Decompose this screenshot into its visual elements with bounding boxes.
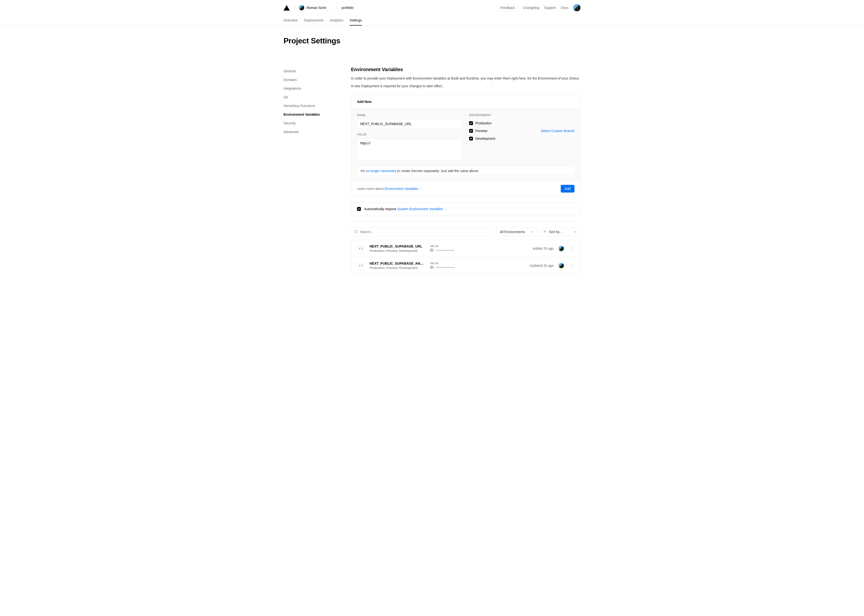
value-label: VALUE [357,133,463,136]
env-production-row: Production [469,119,574,127]
breadcrumb-project[interactable]: portfolio [342,6,354,9]
masked-value: •••••••••••••• [436,249,455,251]
user-avatar[interactable] [573,4,581,11]
sidebar-item-git[interactable]: Git [283,93,342,101]
secrets-notice: It's no longer necessary to create Secre… [357,166,574,176]
eye-icon[interactable] [430,248,434,252]
team-name: Roman Sorin [307,6,326,9]
sidebar-item-security[interactable]: Security [283,119,342,127]
sidebar-item-serverless[interactable]: Serverless Functions [283,101,342,110]
svg-point-10 [571,264,572,265]
value-input[interactable] [357,138,463,160]
project-name: portfolio [342,6,354,9]
value-label: VALUE [430,262,525,265]
tab-overview[interactable]: Overview [283,16,297,25]
search-icon [354,229,358,234]
name-label: NAME [357,113,463,117]
svg-line-1 [357,232,357,233]
env-filter-dropdown[interactable]: All Environments [496,227,537,236]
sort-dropdown[interactable]: Sort by… [540,227,581,236]
svg-point-5 [431,250,432,251]
chevron-down-icon [573,230,577,234]
page-title: Project Settings [283,36,581,45]
settings-sidebar: General Domains Integrations Git Serverl… [283,67,342,274]
svg-point-0 [355,230,357,232]
team-switcher-icon[interactable]: ⌃⌄ [329,5,332,10]
breadcrumb-team[interactable]: Roman Sorin ⌃⌄ [299,5,332,10]
var-timestamp: Added 2h ago [533,247,554,250]
section-desc: In order to provide your Deployment with… [351,76,581,81]
checkbox-production[interactable] [469,121,473,125]
select-custom-branch-link[interactable]: Select Custom Branch [541,129,574,133]
var-timestamp: Updated 2h ago [530,264,554,267]
author-avatar [559,246,564,251]
value-label: VALUE [430,245,528,248]
no-longer-necessary-link[interactable]: no longer necessary [366,169,396,173]
feedback-button[interactable]: Feedback [497,4,518,11]
env-label-development: Development [475,137,496,140]
tab-deployments[interactable]: Deployments [304,16,324,25]
add-new-card: Add New NAME VALUE ENVIRONMENT Productio… [351,95,581,196]
checkbox-auto-expose[interactable] [357,207,361,211]
svg-point-7 [571,248,572,249]
team-avatar [299,5,304,10]
svg-point-9 [431,267,432,268]
nav-changelog[interactable]: Changelog [523,6,539,9]
sort-icon [543,230,546,234]
chevron-down-icon [530,230,534,234]
code-icon [357,245,365,252]
auto-expose-card: Automatically expose System Environment … [351,203,581,215]
eye-icon[interactable] [430,266,434,269]
svg-point-6 [571,247,572,248]
env-label: ENVIRONMENT [469,113,574,117]
svg-point-11 [571,266,572,266]
env-vars-docs-link[interactable]: Environment Variables [384,187,423,191]
more-actions-button[interactable] [569,263,574,269]
learn-more: Learn more about Environment Variables [357,187,423,191]
name-input[interactable] [357,119,463,129]
tab-analytics[interactable]: Analytics [330,16,343,25]
author-avatar [559,263,564,268]
sidebar-item-domains[interactable]: Domains [283,75,342,84]
svg-point-12 [571,266,572,267]
checkbox-development[interactable] [469,137,473,140]
project-tabs: Overview Deployments Analytics Settings [278,16,586,25]
env-var-row: NEXT_PUBLIC_SUPABASE_ANON… Production, P… [351,257,580,274]
more-actions-button[interactable] [569,245,574,251]
var-name: NEXT_PUBLIC_SUPABASE_URL [370,244,425,248]
section-title: Environment Variables [351,67,581,72]
nav-docs[interactable]: Docs [561,6,568,9]
breadcrumb-slash: / [336,5,338,11]
var-envs: Production, Preview, Development [370,266,425,270]
checkbox-preview[interactable] [469,129,473,133]
env-var-row: NEXT_PUBLIC_SUPABASE_URL Production, Pre… [351,240,580,257]
env-label-production: Production [475,121,491,125]
env-var-list: NEXT_PUBLIC_SUPABASE_URL Production, Pre… [351,240,581,274]
tab-settings[interactable]: Settings [349,16,362,25]
vercel-logo[interactable] [283,5,290,11]
add-button[interactable]: Add [561,185,574,193]
sidebar-item-advanced[interactable]: Advanced [283,127,342,136]
env-preview-row: Preview Select Custom Branch [469,127,574,135]
var-envs: Production, Preview, Development [370,249,425,253]
var-name: NEXT_PUBLIC_SUPABASE_ANON… [370,261,425,266]
card-heading: Add New [351,95,580,109]
sidebar-item-integrations[interactable]: Integrations [283,84,342,93]
breadcrumb-slash: / [294,5,295,11]
nav-support[interactable]: Support [544,6,556,9]
masked-value: •••••••••••••• [436,266,455,269]
env-label-preview: Preview [475,129,488,133]
env-development-row: Development [469,135,574,143]
sidebar-item-general[interactable]: General [283,67,342,75]
section-desc-2: A new Deployment is required for your ch… [351,83,581,89]
svg-point-8 [571,249,572,250]
sidebar-item-env-vars[interactable]: Environment Variables [283,110,342,119]
system-env-vars-link[interactable]: System Environment Variables [397,207,447,211]
search-input[interactable] [351,227,494,236]
code-icon [357,262,365,269]
